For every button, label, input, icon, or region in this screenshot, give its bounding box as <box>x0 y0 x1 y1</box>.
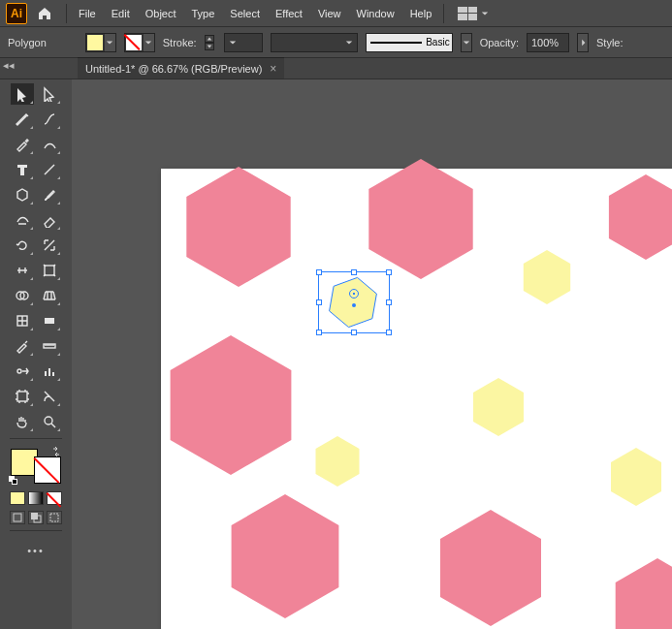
main-area: ••• <box>0 79 672 629</box>
close-icon[interactable]: × <box>270 62 276 76</box>
menu-help[interactable]: Help <box>402 4 440 23</box>
menu-window[interactable]: Window <box>349 4 402 23</box>
line-tool[interactable] <box>38 159 61 180</box>
style-label: Style: <box>596 37 624 48</box>
chevron-down-icon <box>104 34 115 51</box>
rotate-tool[interactable] <box>11 235 34 256</box>
separator <box>10 530 62 531</box>
width-tool[interactable] <box>11 260 34 281</box>
color-mode-none[interactable] <box>47 491 62 505</box>
eyedropper-alt-tool[interactable] <box>11 335 34 357</box>
hexagon-shape[interactable] <box>221 492 349 620</box>
default-fill-stroke-icon[interactable] <box>9 476 18 486</box>
opacity-dropdown[interactable] <box>577 33 589 52</box>
gradient-tool[interactable] <box>38 310 61 331</box>
hexagon-shape[interactable] <box>431 508 551 628</box>
selection-center-icon <box>352 303 356 307</box>
step-up-icon[interactable] <box>205 35 214 43</box>
hexagon-shape[interactable] <box>601 173 672 262</box>
artboard-tool[interactable] <box>11 386 34 407</box>
canvas-viewport[interactable] <box>72 79 672 629</box>
selection-handle[interactable] <box>316 269 322 275</box>
hexagon-shape[interactable] <box>605 446 667 508</box>
opacity-field[interactable]: 100% <box>527 33 569 52</box>
zoom-tool[interactable] <box>38 411 61 432</box>
selection-target-icon[interactable] <box>349 289 359 299</box>
menu-file[interactable]: File <box>71 4 104 23</box>
hexagon-shape[interactable] <box>359 157 483 281</box>
pen-tool[interactable] <box>11 109 34 130</box>
shape-builder-tool[interactable] <box>11 285 34 306</box>
menu-view[interactable]: View <box>310 4 349 23</box>
free-transform-tool[interactable] <box>38 260 61 281</box>
draw-behind[interactable] <box>28 511 44 524</box>
selection-handle[interactable] <box>386 299 392 305</box>
fill-stroke-picker[interactable] <box>9 447 63 486</box>
shape-name-label: Polygon <box>8 37 47 48</box>
selection-handle[interactable] <box>316 299 322 305</box>
symbol-sprayer-tool[interactable] <box>11 361 34 382</box>
eyedropper-tool[interactable] <box>11 134 34 155</box>
tools-panel: ••• <box>0 79 72 629</box>
slice-tool[interactable] <box>38 386 61 407</box>
stroke-swatch-icon[interactable] <box>34 456 61 484</box>
selection-handle[interactable] <box>386 330 392 335</box>
document-tab[interactable]: Untitled-1* @ 66.67% (RGB/Preview) × <box>78 57 284 79</box>
selection-handle[interactable] <box>351 330 357 335</box>
hand-tool[interactable] <box>11 411 34 432</box>
hexagon-shape[interactable] <box>176 165 301 289</box>
hexagon-shape[interactable] <box>518 248 576 306</box>
opacity-label: Opacity: <box>480 37 519 48</box>
workspace-switcher[interactable] <box>454 5 493 22</box>
swap-fill-stroke-icon[interactable] <box>51 447 63 458</box>
stroke-weight-field[interactable] <box>224 33 263 52</box>
panel-expander-icon[interactable]: ◂◂ <box>4 60 14 70</box>
menu-edit[interactable]: Edit <box>104 4 138 23</box>
draw-inside[interactable] <box>47 511 62 524</box>
shaper-tool[interactable] <box>11 209 34 231</box>
stroke-weight-stepper[interactable] <box>205 35 214 50</box>
stroke-color-swatch[interactable] <box>124 33 155 52</box>
selection-handle[interactable] <box>316 330 322 335</box>
variable-width-profile[interactable] <box>271 33 358 52</box>
column-graph-tool[interactable] <box>38 361 61 382</box>
artboard[interactable] <box>161 169 672 629</box>
hexagon-shape[interactable] <box>159 333 303 477</box>
brush-definition[interactable]: Basic <box>366 33 453 52</box>
color-mode-solid[interactable] <box>10 491 25 505</box>
polygon-tool[interactable] <box>11 184 34 205</box>
menu-select[interactable]: Select <box>222 4 268 23</box>
document-tab-title: Untitled-1* @ 66.67% (RGB/Preview) <box>85 63 262 75</box>
paintbrush-tool[interactable] <box>38 184 61 205</box>
menu-type[interactable]: Type <box>184 4 223 23</box>
selection-handle[interactable] <box>351 269 357 275</box>
more-tools-icon[interactable]: ••• <box>27 545 45 556</box>
eraser-tool[interactable] <box>38 209 61 231</box>
hexagon-shape[interactable] <box>310 434 365 488</box>
draw-normal[interactable] <box>10 511 25 524</box>
home-icon[interactable] <box>33 2 56 25</box>
selection-tool[interactable] <box>11 83 34 105</box>
selection-bounds[interactable] <box>318 271 390 333</box>
fill-color-swatch[interactable] <box>85 33 116 52</box>
menu-object[interactable]: Object <box>138 4 184 23</box>
curvature-tool[interactable] <box>38 109 61 130</box>
selection-handle[interactable] <box>386 269 392 275</box>
hexagon-shape[interactable] <box>607 556 672 629</box>
svg-rect-1 <box>45 266 54 275</box>
perspective-grid-tool[interactable] <box>38 285 61 306</box>
brush-dropdown[interactable] <box>461 33 472 52</box>
menu-effect[interactable]: Effect <box>268 4 310 23</box>
scale-tool[interactable] <box>38 235 61 256</box>
direct-selection-tool[interactable] <box>38 83 61 105</box>
mesh-tool[interactable] <box>11 310 34 331</box>
chevron-down-icon <box>229 37 237 48</box>
svg-point-7 <box>17 369 21 373</box>
color-mode-gradient[interactable] <box>28 491 44 505</box>
step-down-icon[interactable] <box>205 43 214 50</box>
type-tool[interactable] <box>11 159 34 180</box>
blend-tool[interactable] <box>38 134 61 155</box>
hexagon-shape[interactable] <box>467 376 529 438</box>
layout-icon <box>458 7 477 20</box>
measure-tool[interactable] <box>38 335 61 357</box>
